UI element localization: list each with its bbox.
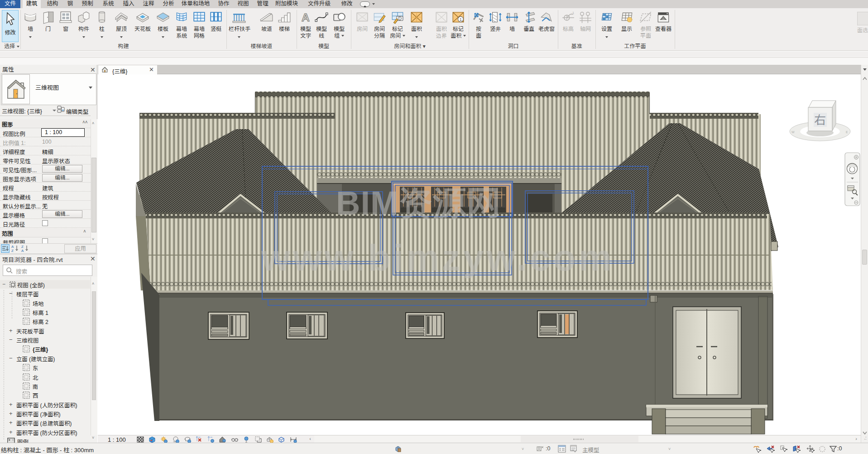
svg-text:A: A [11,245,14,249]
svg-text:W: W [791,130,795,134]
svg-text:E: E [846,130,848,134]
svg-text:右: 右 [814,113,826,127]
svg-text:BIM资源网: BIM资源网 [336,184,501,222]
svg-text:1: 1 [399,17,401,20]
svg-text:A: A [302,11,310,24]
svg-text:-1: -1 [571,11,574,15]
svg-text:Z: Z [21,245,24,249]
svg-text:1: 1 [460,17,462,22]
svg-text:A: A [21,249,24,253]
svg-text:www.bimzyw.com: www.bimzyw.com [261,237,614,278]
svg-text:Z: Z [11,249,14,253]
